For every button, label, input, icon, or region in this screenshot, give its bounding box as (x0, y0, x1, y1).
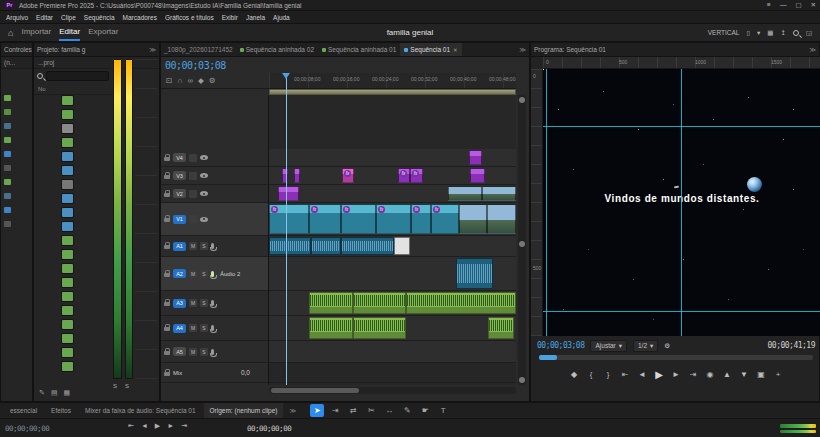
timeline-ruler[interactable]: 00;00;08;0000;00;16;0000;00;24;0000;00;3… (269, 73, 516, 89)
mic-icon[interactable] (211, 271, 214, 277)
project-item-thumbnail[interactable] (62, 348, 73, 357)
minimize-icon[interactable]: — (780, 1, 787, 9)
sync-lock-toggle[interactable] (189, 215, 197, 223)
menu-ajuda[interactable]: Ajuda (272, 14, 291, 21)
project-item-thumbnail[interactable] (62, 222, 73, 231)
project-item-thumbnail[interactable] (62, 250, 73, 259)
snap-icon[interactable]: ∩ (177, 76, 182, 85)
timeline-settings-icon[interactable]: ⚙ (209, 76, 216, 85)
mute-toggle[interactable]: M (189, 299, 197, 307)
add-marker-button[interactable]: ◆ (569, 368, 580, 381)
track-badge-a5[interactable]: A5 (173, 347, 186, 356)
playback-resolution-dropdown[interactable]: 1/2 ▾ (633, 340, 658, 352)
step-forward-button[interactable]: ► (671, 368, 682, 381)
project-item-thumbnail[interactable] (62, 292, 73, 301)
timeline-clip[interactable]: fx (309, 204, 341, 234)
mute-toggle[interactable]: M (189, 324, 197, 332)
sequence-tab-sequ-ncia-01[interactable]: Sequência 01✕ (400, 43, 461, 57)
share-icon[interactable]: ↥ (780, 29, 785, 37)
mic-icon[interactable] (211, 300, 214, 306)
timeline-clip[interactable] (282, 168, 288, 183)
panel-overflow-icon[interactable]: ≫ (809, 46, 816, 54)
track-lane-mix[interactable] (269, 363, 516, 383)
sync-lock-toggle[interactable] (189, 154, 197, 162)
timeline-horizontal-scrollbar[interactable] (269, 387, 516, 394)
timeline-clip[interactable] (448, 186, 482, 201)
go-to-out-button[interactable]: ⇥ (181, 422, 187, 430)
mark-out-button[interactable]: } (603, 368, 614, 381)
timeline-clip[interactable] (353, 292, 406, 314)
menu-arquivo[interactable]: Arquivo (5, 14, 29, 21)
mark-in-button[interactable]: { (586, 368, 597, 381)
track-badge-a3[interactable]: A3 (173, 299, 186, 308)
go-to-out-button[interactable]: ⇥ (688, 368, 699, 381)
maximize-icon[interactable]: ▢ (795, 1, 801, 9)
project-item-thumbnail[interactable] (62, 166, 73, 175)
sync-lock-toggle[interactable] (189, 172, 197, 180)
timeline-clip[interactable]: fx (269, 204, 309, 234)
track-badge-a1[interactable]: A1 (173, 242, 186, 251)
hand-tool[interactable]: ☛ (418, 404, 432, 417)
menu-exibir[interactable]: Exibir (221, 14, 239, 21)
workspace-tab-editar[interactable]: Editar (59, 24, 80, 41)
workspace-tab-exportar[interactable]: Exportar (88, 24, 118, 41)
workspace-grid-icon[interactable]: ▦ (767, 29, 773, 37)
project-item-thumbnail[interactable] (62, 306, 73, 315)
eye-icon[interactable] (200, 155, 208, 160)
icon-view-icon[interactable]: ▦ (64, 389, 71, 397)
timeline-vertical-scrollbar[interactable] (518, 95, 526, 385)
track-header-mix[interactable]: Mix0,0 (161, 363, 269, 383)
program-timecode[interactable]: 00;00;03;08 (537, 341, 584, 350)
timeline-clip[interactable] (470, 168, 485, 183)
eye-icon[interactable] (200, 191, 208, 196)
project-item-thumbnail[interactable] (62, 264, 73, 273)
timeline-clip[interactable]: fx (411, 204, 431, 234)
panel-overflow-icon[interactable]: ≫ (289, 407, 296, 415)
solo-toggle[interactable]: S (200, 324, 208, 332)
ruler-guide[interactable] (546, 69, 547, 336)
menu-marcadores[interactable]: Marcadores (122, 14, 158, 21)
timeline-clip[interactable] (487, 204, 516, 234)
tab-effect-controls[interactable]: Controles d (4, 46, 32, 53)
eye-icon[interactable] (200, 217, 208, 222)
menu-sequ-ncia[interactable]: Sequência (83, 14, 116, 21)
bottom-tab-essencial[interactable]: essencial (4, 403, 43, 419)
track-header-a3[interactable]: A3MS (161, 291, 269, 316)
eye-icon[interactable] (200, 173, 208, 178)
panel-overflow-icon[interactable]: ≫ (149, 46, 156, 54)
track-header-a5[interactable]: A5MS (161, 341, 269, 363)
button-editor-button[interactable]: + (773, 368, 784, 381)
zoom-fit-dropdown[interactable]: Ajustar ▾ (590, 340, 627, 352)
lock-icon[interactable] (164, 218, 170, 222)
linked-selection-icon[interactable]: ∞ (188, 76, 193, 85)
lock-icon[interactable] (164, 245, 170, 249)
track-badge-v3[interactable]: V3 (173, 171, 186, 180)
chevron-down-icon[interactable]: ▾ (757, 29, 760, 37)
track-badge-v2[interactable]: V2 (173, 189, 186, 198)
phone-layout-icon[interactable]: ▯ (746, 29, 750, 37)
tab-project[interactable]: Projeto: familia g (37, 46, 85, 53)
list-view-icon[interactable]: ▤ (51, 389, 58, 397)
track-header-v2[interactable]: V2 (161, 185, 269, 203)
play-button[interactable]: ▶ (654, 368, 665, 381)
project-item-thumbnail[interactable] (62, 194, 73, 203)
sequence-tab-sequ-ncia-aninhada-01[interactable]: Sequência aninhada 01 (318, 43, 400, 57)
track-lane-a5[interactable] (269, 341, 516, 363)
step-back-button[interactable]: ◄ (637, 368, 648, 381)
pencil-icon[interactable]: ✎ (39, 389, 45, 397)
timeline-clip[interactable]: fx (342, 168, 354, 183)
layout-preset-label[interactable]: VERTICAL (708, 29, 740, 36)
sync-lock-toggle[interactable] (189, 190, 197, 198)
razor-tool[interactable]: ✂ (364, 404, 378, 417)
menu-clipe[interactable]: Clipe (60, 14, 77, 21)
project-search-input[interactable] (46, 71, 109, 81)
track-badge-a4[interactable]: A4 (173, 324, 186, 333)
project-item-thumbnail[interactable] (62, 236, 73, 245)
scroll-knob[interactable] (519, 241, 525, 247)
timeline-clip[interactable]: fx (410, 168, 423, 183)
track-badge-a2[interactable]: A2 (173, 269, 186, 278)
scroll-knob[interactable] (519, 97, 525, 103)
lock-icon[interactable] (164, 302, 170, 306)
step-forward-button[interactable]: ► (167, 422, 174, 430)
timeline-clip[interactable] (488, 317, 514, 339)
